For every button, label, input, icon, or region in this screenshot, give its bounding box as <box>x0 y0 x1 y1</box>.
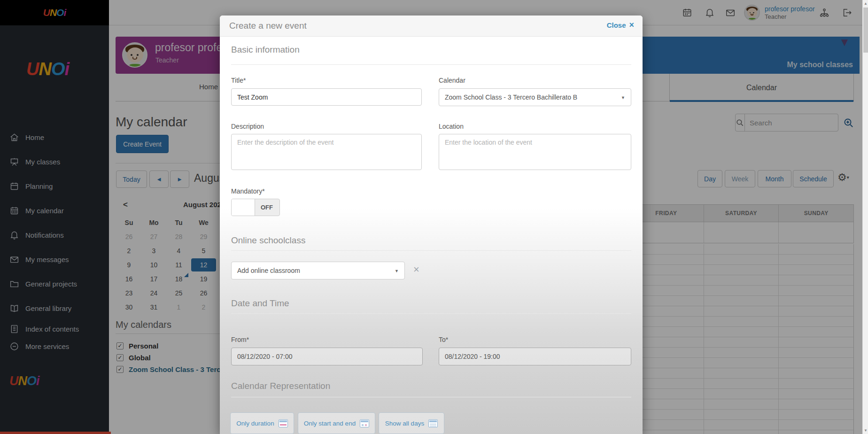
description-label: Description <box>231 123 264 130</box>
calendar-start-end-icon <box>360 419 369 427</box>
chevron-down-icon: ▼ <box>395 269 399 273</box>
section-divider <box>231 397 631 397</box>
to-label: To* <box>439 336 448 343</box>
rep-button-label: Only duration <box>236 420 274 427</box>
calendar-duration-icon <box>279 419 288 427</box>
toggle-knob <box>232 199 255 216</box>
calendar-all-days-icon <box>428 419 438 427</box>
scrollbar-down-arrow[interactable]: ▼ <box>863 428 868 433</box>
title-label: Title* <box>231 77 246 84</box>
location-label: Location <box>439 123 464 130</box>
rep-button-label: Only start and end <box>304 420 356 427</box>
from-datetime-input[interactable] <box>231 348 423 365</box>
mandatory-toggle[interactable]: OFF <box>231 199 280 216</box>
description-textarea[interactable] <box>231 134 422 170</box>
close-label: Close <box>607 21 626 29</box>
title-input[interactable] <box>231 88 422 106</box>
only-start-and-end-button[interactable]: Only start and end <box>298 412 375 434</box>
modal-header: Create a new event Close × <box>220 16 643 37</box>
section-date-and-time: Date and Time <box>231 298 289 309</box>
to-datetime-input[interactable] <box>439 348 631 365</box>
scrollbar-up-arrow[interactable]: ▲ <box>863 1 868 6</box>
online-classroom-select-value: Add online classroom <box>237 267 300 274</box>
section-divider <box>231 313 631 314</box>
toggle-state: OFF <box>254 199 279 216</box>
only-duration-button[interactable]: Only duration <box>230 412 294 434</box>
close-button[interactable]: Close × <box>607 20 634 30</box>
modal-title: Create a new event <box>229 21 307 31</box>
scrollbar[interactable]: ▲ ▼ <box>862 0 868 434</box>
section-divider <box>231 250 631 251</box>
section-online-schoolclass: Online schoolclass <box>231 235 305 246</box>
close-x-icon: × <box>629 20 634 30</box>
create-event-modal: Create a new event Close × Basic informa… <box>220 16 643 434</box>
online-classroom-select[interactable]: Add online classroom ▼ <box>231 262 405 279</box>
chevron-down-icon: ▼ <box>621 95 625 100</box>
section-divider <box>231 64 631 65</box>
scrollbar-thumb[interactable] <box>863 8 868 53</box>
from-label: From* <box>231 336 249 343</box>
location-textarea[interactable] <box>439 134 631 170</box>
calendar-label: Calendar <box>439 77 465 84</box>
section-basic-information: Basic information <box>231 45 300 55</box>
show-all-days-button[interactable]: Show all days <box>379 412 444 434</box>
clear-selection-x-icon[interactable]: × <box>413 264 419 276</box>
mandatory-label: Mandatory* <box>231 187 265 195</box>
app-root: UNOi profesor profesor Teacher UNOi <box>0 0 868 434</box>
calendar-select[interactable]: Zoom School Class - 3 Tercero Bachillera… <box>439 88 631 106</box>
rep-button-label: Show all days <box>385 420 424 427</box>
calendar-select-value: Zoom School Class - 3 Tercero Bachillera… <box>445 93 577 101</box>
section-calendar-representation: Calendar Representation <box>231 381 330 391</box>
